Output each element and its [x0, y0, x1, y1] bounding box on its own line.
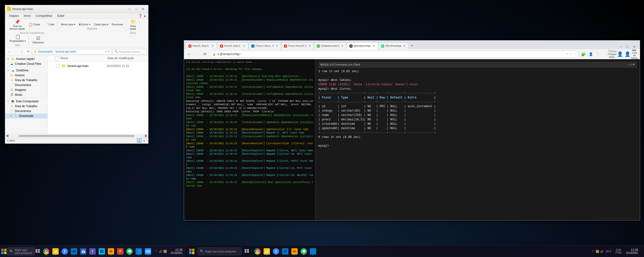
sidebar-item-docs-od[interactable]: 📄 Documentos: [5, 83, 48, 87]
sidebar-item-downloads[interactable]: ▼ ⬇ Downloads: [5, 114, 48, 118]
pin-quick-access-button[interactable]: 📌 Fixar noAcesso rápido: [8, 19, 26, 31]
notif-wifi[interactable]: 📶: [163, 249, 167, 253]
taskbar-cursor[interactable]: ⌨: [144, 247, 152, 256]
menu-exibir[interactable]: Exibir: [55, 14, 66, 18]
sidebar-item-creative-cloud[interactable]: ☁ Creative Cloud Files: [5, 61, 48, 66]
right-chrome[interactable]: [253, 247, 262, 256]
minimize-button[interactable]: ─: [126, 7, 133, 12]
notif-up-arrow[interactable]: ^: [154, 249, 158, 253]
right-clock[interactable]: 11:25 15/10/2021: [623, 248, 640, 254]
right-illustrator[interactable]: Ai: [290, 247, 299, 256]
new-tab-button[interactable]: +: [409, 42, 416, 49]
close-button[interactable]: ✕: [140, 7, 146, 12]
user-button[interactable]: 👤: [587, 51, 594, 58]
right-files[interactable]: 📁: [262, 247, 271, 256]
taskbar-search[interactable]: 🔍 Digite aqui para pesquisar: [7, 247, 35, 255]
menu-arquivo[interactable]: Arquivo: [7, 14, 21, 18]
taskbar-calendar[interactable]: 📅: [79, 247, 88, 256]
mysql-close[interactable]: ✕: [632, 63, 635, 66]
table-row[interactable]: 📁 livraria-api-main 15/10/2021 11:22: [49, 63, 147, 69]
right-taskbar-search[interactable]: 🔍 Digite aqui para pesquisar: [198, 247, 242, 255]
taskbar-files[interactable]: 📁: [51, 247, 60, 256]
browser-maximize[interactable]: □: [624, 44, 630, 49]
mysql-maximize[interactable]: □: [630, 63, 632, 66]
scroll-right-arrow[interactable]: ▶: [144, 134, 148, 138]
menu-button[interactable]: ⋮: [594, 51, 602, 58]
browser-tab-6[interactable]: W (96) WhatsApp ✕: [378, 42, 409, 49]
forward-button[interactable]: →: [13, 49, 18, 54]
tab-close-4[interactable]: ✕: [340, 44, 344, 48]
extensions-button[interactable]: 🧩: [580, 51, 587, 58]
right-start-button[interactable]: [187, 246, 197, 256]
right-zoom[interactable]: Z: [272, 247, 280, 256]
tab-close-0[interactable]: ✕: [211, 44, 214, 48]
right-notif-wifi[interactable]: 📶: [595, 249, 599, 253]
sidebar-item-computer[interactable]: ▼ 💻 Este Computador: [5, 99, 48, 104]
right-notif-volume[interactable]: 🔊: [600, 249, 604, 253]
right-taskview[interactable]: [242, 247, 251, 256]
browser-tab-0[interactable]: N NestJS: Aula 5 - ✕: [186, 42, 217, 49]
sidebar-item-area-trabalho-od[interactable]: 🖥 Área de Trabalho: [5, 78, 48, 83]
delete-button[interactable]: 🗑 Excluir ▾: [77, 23, 92, 26]
select-button[interactable]: ☑ Selecionar: [31, 35, 45, 44]
taskview-button[interactable]: [35, 247, 40, 256]
scrollbar-thumb[interactable]: [19, 135, 134, 137]
right-whatsapp[interactable]: 💬: [299, 247, 308, 256]
browser-tab-5[interactable]: N @nextjs/config= ✕: [346, 42, 378, 49]
taskbar-zoom[interactable]: Z: [60, 247, 69, 256]
browser-address-bar[interactable]: 🔒 a @nextjs/config= ✕ ☆ ♡: [209, 51, 579, 58]
tab-close-3[interactable]: ✕: [308, 44, 311, 48]
address-refresh[interactable]: ⟳: [108, 50, 110, 53]
taskbar-clock-left[interactable]: 11:25 15/10/2021: [168, 248, 184, 254]
paste-button[interactable]: 📄 Colar: [42, 22, 56, 27]
tab-close-6[interactable]: ✕: [402, 44, 406, 48]
taskbar-mail[interactable]: ✉: [70, 247, 78, 256]
sidebar-item-quick-access[interactable]: ▼ ⭐ Acesso rápido: [5, 57, 48, 61]
taskbar-chrome[interactable]: [42, 247, 50, 256]
mysql-minimize[interactable]: ─: [628, 63, 630, 66]
grid-view-button[interactable]: ⊞: [142, 138, 146, 143]
new-folder-button[interactable]: 📁 Novapasta: [128, 19, 138, 31]
notif-volume[interactable]: 🔊: [159, 249, 162, 253]
taskbar-vscode[interactable]: [134, 247, 143, 256]
help-button[interactable]: ❓: [138, 14, 142, 18]
browser-back[interactable]: ←: [186, 51, 193, 58]
address-input[interactable]: 📁 Downloads › livraria-api-main ▾ ⟳: [32, 49, 112, 54]
tab-close-5[interactable]: ✕: [372, 44, 376, 48]
sidebar-item-docs-local[interactable]: 📄 Documentos: [5, 109, 48, 114]
sidebar-item-music[interactable]: 🎵 Music: [5, 92, 48, 97]
taskbar-teams[interactable]: T: [88, 247, 97, 256]
up-button[interactable]: ↑: [19, 49, 24, 54]
rename-button[interactable]: Renomear: [110, 23, 124, 26]
horizontal-scrollbar[interactable]: ◀ ▶: [5, 134, 148, 137]
browser-tab-4[interactable]: E Estabelecendo C ✕: [314, 42, 346, 49]
back-button[interactable]: ←: [6, 49, 12, 54]
tab-close-2[interactable]: ✕: [275, 44, 278, 48]
start-button[interactable]: [1, 246, 7, 256]
browser-close[interactable]: ✕: [631, 44, 638, 49]
refresh-button[interactable]: ⟳: [26, 49, 31, 54]
right-notif-chevron[interactable]: ^: [591, 249, 594, 253]
breadcrumb-project[interactable]: livraria-api-main: [56, 50, 76, 53]
right-mail[interactable]: ✉: [281, 247, 290, 256]
properties-button[interactable]: 📋 Propriedades ▾: [8, 33, 27, 43]
list-view-button[interactable]: ☰: [137, 138, 142, 143]
taskbar-illustrator[interactable]: Ai: [106, 247, 115, 256]
tab-close-1[interactable]: ✕: [242, 44, 246, 48]
browser-tab-2[interactable]: A Fórum | Alura - C ✕: [248, 42, 281, 49]
reading-list-button[interactable]: ▶▶ Lista de leitura: [631, 51, 638, 58]
taskbar-whatsapp[interactable]: 💬: [125, 247, 134, 256]
sidebar-item-imagens[interactable]: 🖼 Imagens: [5, 87, 48, 92]
taskbar-powerpoint[interactable]: P: [116, 247, 124, 256]
browser-tab-1[interactable]: N NestJS: Aula 5 - ✕: [217, 42, 249, 49]
sidebar-item-desktop-local[interactable]: 🖥 Área de Trabalho: [5, 104, 48, 109]
maximize-button[interactable]: □: [133, 7, 140, 12]
scroll-left-arrow[interactable]: ◀: [6, 134, 9, 138]
copy-button[interactable]: 📋 Copiar: [27, 22, 42, 27]
right-vscode[interactable]: [308, 247, 318, 256]
header-checkbox[interactable]: [55, 57, 59, 60]
browser-forward[interactable]: →: [194, 51, 200, 58]
move-to-button[interactable]: Mover para ▾: [60, 23, 77, 26]
collapse-button[interactable]: ▲: [143, 14, 146, 18]
search-box[interactable]: 🔍 Pesquisar livraria-...: [113, 49, 147, 54]
